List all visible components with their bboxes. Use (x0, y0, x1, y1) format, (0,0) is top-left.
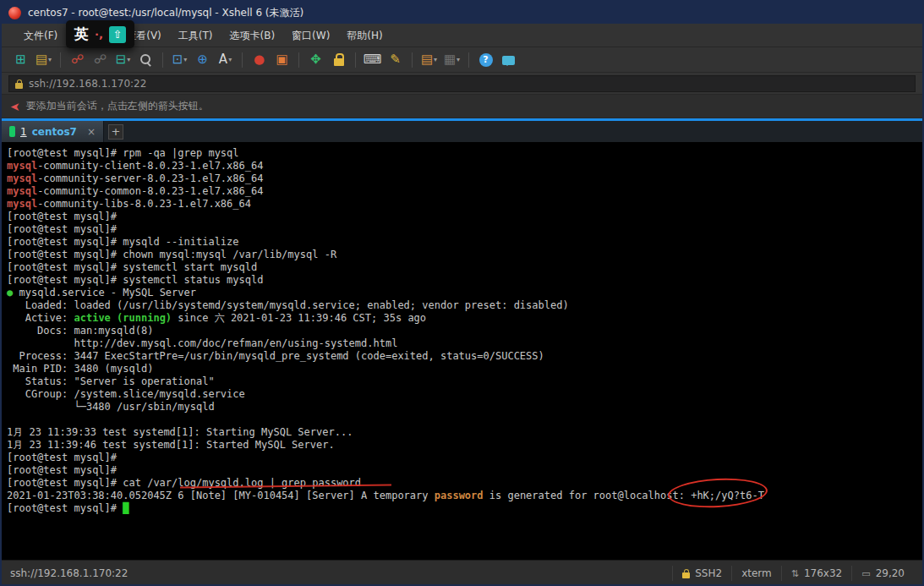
toolbar-separator (162, 52, 163, 68)
properties-icon: ⊡ (172, 53, 183, 66)
position-icon: ▭ (861, 568, 870, 579)
font-icon: A (219, 53, 227, 66)
toolbar-separator (355, 52, 356, 68)
help-icon (479, 53, 493, 67)
terminal-line: CGroup: /system.slice/mysqld.service (7, 388, 922, 401)
statusbar-item-29,20: ▭29,20 (851, 566, 914, 581)
statusbar-label: 176x32 (804, 567, 842, 579)
session-connected-indicator (9, 126, 15, 137)
terminal-line: [root@test mysql]# chown mysql:mysql /va… (7, 249, 922, 261)
layout-icon: ▦ (444, 53, 456, 66)
statusbar-url: ssh://192.168.1.170:22 (10, 567, 128, 579)
web-browser-button[interactable]: ⊕ (192, 50, 213, 70)
xshell-window: centos7 - root@test:/usr/local/mysql - X… (0, 0, 924, 586)
dropdown-caret-icon: ▾ (48, 56, 52, 63)
size-icon: ⇅ (791, 568, 799, 579)
terminal-line: mysql-community-common-8.0.23-1.el7.x86_… (7, 185, 922, 198)
new-session-button[interactable]: ⊞ (10, 50, 31, 70)
dropdown-caret-icon: ▾ (127, 56, 130, 63)
lock-icon (682, 572, 690, 578)
disconnect-icon: ☍ (71, 53, 84, 66)
terminal-line: [root@test mysql]# (7, 211, 922, 223)
highlight-button[interactable]: ✎ (385, 50, 406, 70)
fullscreen-icon: ✥ (310, 53, 321, 66)
ime-language-indicator: 英 (74, 25, 89, 44)
terminal-line: mysql-community-server-8.0.23-1.el7.x86_… (7, 173, 922, 185)
status-bar: ssh://192.168.1.170:22 SSH2xterm⇅176x32▭… (2, 560, 922, 586)
menu-item-6[interactable]: 窗口(W) (283, 24, 338, 47)
file-transfer-icon: ▤ (421, 53, 433, 66)
find-button[interactable] (135, 50, 156, 70)
duplicate-session-button[interactable]: ⊟▾ (112, 50, 134, 70)
add-session-arrow-icon[interactable]: ➤ (10, 100, 20, 113)
statusbar-label: xterm (741, 567, 772, 579)
find-icon (139, 52, 153, 67)
menu-item-7[interactable]: 帮助(H) (338, 24, 391, 47)
statusbar-item-176x32: ⇅176x32 (781, 566, 852, 581)
menu-item-1[interactable]: 文件(F) (15, 24, 66, 47)
disconnect-button[interactable]: ☍ (67, 50, 88, 70)
menu-item-5[interactable]: 选项卡(B) (221, 24, 284, 47)
terminal-line: [root@test mysql]# █ (7, 502, 922, 515)
terminal-line: └─3480 /usr/sbin/mysqld (7, 401, 922, 413)
font-button[interactable]: A▾ (215, 50, 236, 70)
reconnect-button[interactable]: ☍ (90, 50, 111, 70)
toolbar-separator (298, 52, 299, 68)
qq-icon: ▣ (276, 53, 287, 66)
menu-item-4[interactable]: 工具(T) (170, 24, 221, 47)
statusbar-label: SSH2 (695, 567, 722, 579)
toolbar: ⊞▤▾☍☍⊟▾⊡▾⊕A▾●▣✥⌨✎▤▾▦▾ (2, 47, 922, 73)
tab-centos7[interactable]: 1 centos7 × (2, 121, 104, 142)
notice-text: 要添加当前会话，点击左侧的箭头按钮。 (26, 99, 209, 113)
open-sessions-button[interactable]: ▤▾ (33, 50, 54, 70)
terminal-line: ● mysqld.service - MySQL Server (7, 287, 922, 299)
qq-button[interactable]: ▣ (271, 50, 293, 70)
terminal-line: 1月 23 11:39:46 test systemd[1]: Started … (7, 439, 922, 452)
open-sessions-icon: ▤ (36, 53, 47, 66)
terminal-line: 2021-01-23T03:38:40.052045Z 6 [Note] [MY… (7, 490, 922, 502)
file-transfer-button[interactable]: ▤▾ (418, 50, 440, 70)
ime-punctuation-indicator: ·, (95, 28, 103, 41)
lock-screen-icon (334, 58, 344, 66)
new-tab-button[interactable]: + (108, 124, 123, 140)
virtual-keyboard-button[interactable]: ⌨ (362, 50, 383, 70)
menu-bar: 文件(F)编辑(E)查看(V)工具(T)选项卡(B)窗口(W)帮助(H) (2, 24, 922, 47)
terminal-line: Main PID: 3480 (mysqld) (7, 363, 922, 375)
statusbar-right: SSH2xterm⇅176x32▭29,20 (672, 566, 914, 581)
lock-screen-button[interactable] (328, 50, 349, 70)
statusbar-label: 29,20 (876, 567, 905, 579)
address-bar[interactable]: ssh://192.168.1.170:22 (8, 75, 916, 92)
window-title: centos7 - root@test:/usr/local/mysql - X… (28, 6, 303, 20)
record-button[interactable]: ● (249, 50, 270, 70)
terminal-line: [root@test mysql]# (7, 464, 922, 477)
chat-icon (502, 56, 515, 65)
terminal-line: [root@test mysql]# rpm -qa |grep mysql (7, 147, 922, 160)
terminal-output: [root@test mysql]# rpm -qa |grep mysqlmy… (7, 147, 922, 515)
terminal-line: mysql-community-libs-8.0.23-1.el7.x86_64 (7, 198, 922, 211)
title-bar: centos7 - root@test:/usr/local/mysql - X… (2, 2, 922, 24)
tab-label: centos7 (32, 126, 77, 138)
ssl-lock-icon (15, 83, 23, 89)
chat-button[interactable] (498, 50, 519, 70)
statusbar-item-xterm: xterm (731, 566, 781, 581)
terminal[interactable]: [root@test mysql]# rpm -qa |grep mysqlmy… (2, 142, 922, 560)
address-row: ssh://192.168.1.170:22 (2, 73, 922, 95)
terminal-line (7, 413, 922, 426)
tab-index: 1 (20, 126, 27, 138)
fullscreen-button[interactable]: ✥ (305, 50, 326, 70)
statusbar-item-ssh2: SSH2 (672, 566, 731, 581)
properties-button[interactable]: ⊡▾ (169, 50, 190, 70)
terminal-line: Loaded: loaded (/usr/lib/systemd/system/… (7, 299, 922, 312)
web-browser-icon: ⊕ (197, 53, 208, 66)
tab-close-icon[interactable]: × (87, 126, 96, 138)
terminal-line: [root@test mysql]# (7, 452, 922, 464)
terminal-line: Docs: man:mysqld(8) (7, 325, 922, 337)
dropdown-caret-icon: ▾ (434, 56, 437, 63)
notice-bar: ➤ 要添加当前会话，点击左侧的箭头按钮。 (2, 95, 922, 118)
ime-popup: 英 ·, ⇧ (66, 20, 134, 48)
layout-button[interactable]: ▦▾ (441, 50, 462, 70)
virtual-keyboard-icon: ⌨ (364, 53, 382, 66)
reconnect-icon: ☍ (94, 53, 107, 66)
help-button[interactable] (475, 50, 496, 70)
toolbar-separator (242, 52, 243, 68)
